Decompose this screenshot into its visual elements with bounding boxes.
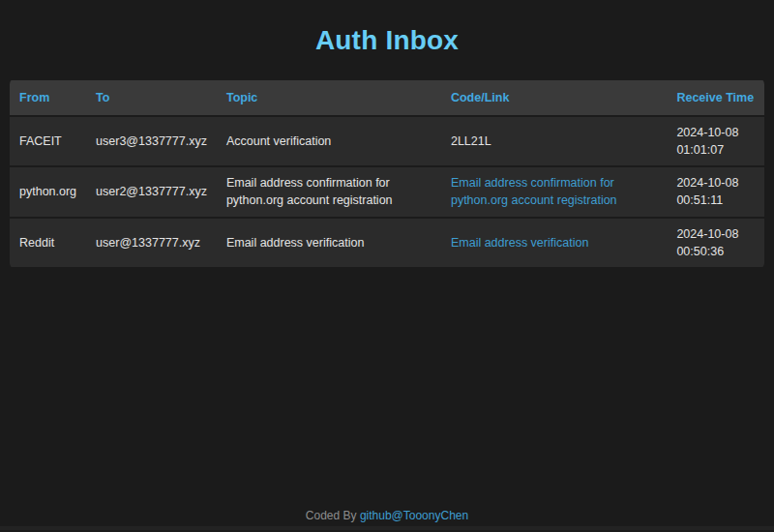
table-body: FACEITuser3@1337777.xyzAccount verificat… <box>10 117 764 267</box>
footer-github-link[interactable]: github@TooonyChen <box>360 509 468 522</box>
cell-to: user2@1337777.xyz <box>86 167 217 216</box>
cell-receive-time: 2024-10-08 00:51:11 <box>667 167 764 216</box>
header-cell-receive-time: Receive Time <box>667 80 764 115</box>
code-text: 2LL21L <box>451 134 491 148</box>
auth-table-container: From To Topic Code/Link Receive Time FAC… <box>10 78 764 269</box>
cell-to: user@1337777.xyz <box>86 219 217 267</box>
header-cell-to: To <box>86 80 217 115</box>
code-link[interactable]: Email address confirmation for python.or… <box>451 176 617 207</box>
cell-topic: Email address verification <box>217 219 441 267</box>
cell-from: python.org <box>10 167 86 216</box>
table-row: python.orguser2@1337777.xyzEmail address… <box>10 167 764 216</box>
header-cell-from: From <box>10 80 86 115</box>
cell-topic: Email address confirmation for python.or… <box>217 167 441 216</box>
code-link[interactable]: Email address verification <box>451 236 588 250</box>
footer-text: Coded By github@TooonyChen <box>306 509 468 522</box>
page-title: Auth Inbox <box>0 25 774 56</box>
cell-topic: Account verification <box>217 117 441 165</box>
cell-from: Reddit <box>10 219 86 267</box>
cell-receive-time: 2024-10-08 00:50:36 <box>667 219 764 267</box>
cell-code-link: Email address verification <box>441 219 667 267</box>
cell-from: FACEIT <box>10 117 86 165</box>
page-footer: Coded By github@TooonyChen <box>0 509 774 532</box>
table-row: FACEITuser3@1337777.xyzAccount verificat… <box>10 117 764 165</box>
footer-credit-label: Coded By <box>306 509 360 522</box>
cell-to: user3@1337777.xyz <box>86 117 217 165</box>
table-row: Reddituser@1337777.xyzEmail address veri… <box>10 219 764 267</box>
header-cell-code-link: Code/Link <box>441 80 667 115</box>
bottom-strip <box>0 526 774 530</box>
auth-table: From To Topic Code/Link Receive Time FAC… <box>10 78 764 269</box>
cell-code-link: 2LL21L <box>441 117 667 165</box>
table-header-row: From To Topic Code/Link Receive Time <box>10 80 764 115</box>
cell-receive-time: 2024-10-08 01:01:07 <box>667 117 764 165</box>
cell-code-link: Email address confirmation for python.or… <box>441 167 667 216</box>
header-cell-topic: Topic <box>217 80 441 115</box>
